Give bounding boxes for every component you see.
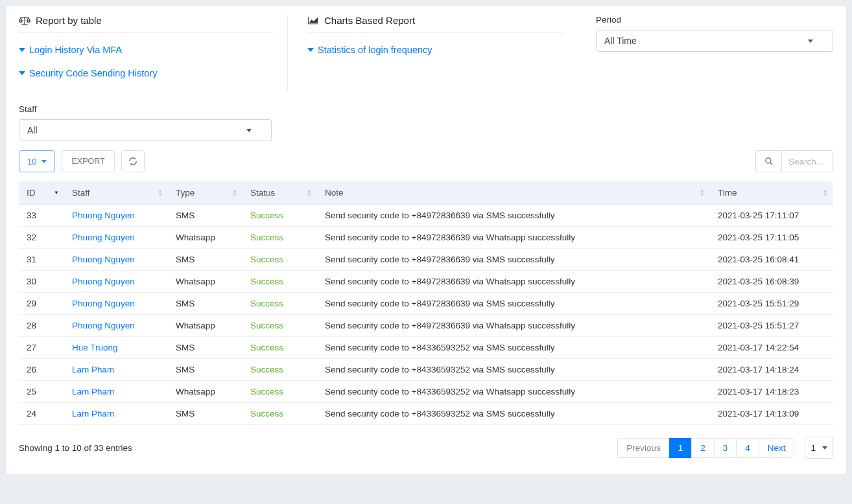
staff-link[interactable]: Phuong Nguyen [72, 321, 135, 330]
staff-link[interactable]: Lam Pham [72, 409, 114, 418]
cell-status: Success [243, 249, 317, 271]
page-next[interactable]: Next [759, 438, 795, 458]
cell-time: 2021-03-17 14:13:09 [710, 403, 833, 425]
section-title-text: Report by table [36, 15, 102, 26]
toolbar-left: 10 EXPORT [19, 150, 145, 172]
sort-icon: ▲▼ [232, 189, 237, 197]
svg-point-3 [765, 158, 770, 163]
status-badge: Success [250, 365, 283, 374]
charts-accordion-item-0[interactable]: Statistics of login frequency [307, 45, 563, 55]
cell-time: 2021-03-25 15:51:27 [710, 315, 833, 337]
staff-link[interactable]: Hue Truong [72, 343, 118, 352]
cell-note: Send security code to +84972836639 via W… [317, 271, 710, 293]
page-3[interactable]: 3 [714, 438, 737, 458]
col-type[interactable]: Type▲▼ [168, 181, 243, 205]
cell-type: SMS [168, 359, 243, 381]
cell-time: 2021-03-17 14:22:54 [710, 337, 833, 359]
accordion-label: Security Code Sending History [29, 68, 157, 78]
caret-down-icon [307, 48, 314, 52]
page-1[interactable]: 1 [669, 438, 692, 458]
status-badge: Success [250, 233, 283, 242]
refresh-button[interactable] [121, 150, 145, 172]
staff-link[interactable]: Phuong Nguyen [72, 211, 135, 220]
accordion-label: Login History Via MFA [29, 45, 122, 55]
cell-id: 25 [19, 381, 64, 403]
cell-status: Success [243, 227, 317, 249]
page-2[interactable]: 2 [691, 438, 715, 458]
col-staff[interactable]: Staff▲▼ [64, 181, 168, 205]
col-label: ID [27, 188, 36, 198]
area-chart-icon [307, 16, 319, 25]
cell-id: 28 [19, 315, 64, 337]
col-note[interactable]: Note▲▼ [317, 181, 710, 205]
history-table: ID▼Staff▲▼Type▲▼Status▲▼Note▲▼Time▲▼ 33P… [19, 181, 833, 425]
status-badge: Success [250, 321, 283, 330]
cell-type: SMS [168, 337, 243, 359]
table-row: 24Lam PhamSMSSuccessSend security code t… [19, 403, 833, 425]
cell-staff: Lam Pham [64, 381, 168, 403]
cell-id: 26 [19, 359, 64, 381]
pagination: Previous1234Next [618, 438, 794, 458]
col-label: Time [718, 188, 737, 198]
page-size-value: 10 [27, 157, 36, 166]
table-row: 28Phuong NguyenWhatsappSuccessSend secur… [19, 315, 833, 337]
cell-time: 2021-03-25 17:11:05 [710, 227, 833, 249]
search-input[interactable] [781, 150, 833, 172]
accordion-label: Statistics of login frequency [318, 45, 432, 55]
cell-note: Send security code to +84336593252 via S… [317, 403, 710, 425]
tables-accordion-item-0[interactable]: Login History Via MFA [19, 45, 274, 55]
cell-status: Success [243, 315, 317, 337]
cell-staff: Phuong Nguyen [64, 271, 168, 293]
chevron-down-icon [246, 129, 252, 132]
cell-time: 2021-03-25 17:11:07 [710, 205, 833, 227]
staff-select[interactable]: All [19, 119, 272, 141]
cell-type: SMS [168, 293, 243, 315]
col-id[interactable]: ID▼ [19, 181, 64, 205]
cell-type: Whatsapp [168, 271, 243, 293]
staff-link[interactable]: Lam Pham [72, 365, 114, 374]
cell-time: 2021-03-17 14:18:24 [710, 359, 833, 381]
cell-id: 27 [19, 337, 64, 359]
period-select[interactable]: All Time [596, 30, 833, 52]
table-footer: Showing 1 to 10 of 33 entries Previous12… [19, 437, 833, 459]
section-title-text: Charts Based Report [324, 15, 415, 26]
period-value: All Time [604, 36, 637, 46]
search-group [755, 150, 833, 172]
staff-link[interactable]: Phuong Nguyen [72, 233, 135, 242]
cell-note: Send security code to +84972836639 via S… [317, 293, 710, 315]
sort-icon: ▲▼ [700, 189, 705, 197]
col-time[interactable]: Time▲▼ [710, 181, 833, 205]
cell-staff: Phuong Nguyen [64, 315, 168, 337]
cell-note: Send security code to +84336593252 via S… [317, 337, 710, 359]
staff-link[interactable]: Phuong Nguyen [72, 255, 135, 264]
cell-staff: Phuong Nguyen [64, 205, 168, 227]
page-size-select[interactable]: 10 [19, 150, 55, 172]
balance-scale-icon [19, 16, 30, 26]
cell-id: 33 [19, 205, 64, 227]
section-title-charts: Charts Based Report [307, 15, 563, 33]
table-row: 26Lam PhamSMSSuccessSend security code t… [19, 359, 833, 381]
table-row: 32Phuong NguyenWhatsappSuccessSend secur… [19, 227, 833, 249]
export-button[interactable]: EXPORT [62, 150, 114, 172]
top-sections: Report by table Login History Via MFASec… [19, 15, 833, 91]
staff-link[interactable]: Phuong Nguyen [72, 277, 135, 286]
page-4[interactable]: 4 [736, 438, 759, 458]
cell-id: 24 [19, 403, 64, 425]
status-badge: Success [250, 299, 283, 308]
page-jump-select[interactable]: 1 [805, 437, 833, 459]
table-head-row: ID▼Staff▲▼Type▲▼Status▲▼Note▲▼Time▲▼ [19, 181, 833, 205]
report-by-table-section: Report by table Login History Via MFASec… [19, 15, 288, 91]
cell-note: Send security code to +84336593252 via S… [317, 359, 710, 381]
page-jump-value: 1 [811, 443, 816, 453]
cell-status: Success [243, 403, 317, 425]
cell-staff: Phuong Nguyen [64, 227, 168, 249]
staff-link[interactable]: Phuong Nguyen [72, 299, 135, 308]
staff-value: All [27, 125, 38, 135]
tables-accordion-item-1[interactable]: Security Code Sending History [19, 68, 274, 78]
staff-label: Staff [19, 104, 833, 114]
report-card: Report by table Login History Via MFASec… [5, 5, 847, 475]
table-row: 25Lam PhamWhatsappSuccessSend security c… [19, 381, 833, 403]
staff-link[interactable]: Lam Pham [72, 387, 114, 396]
col-status[interactable]: Status▲▼ [243, 181, 317, 205]
cell-staff: Phuong Nguyen [64, 249, 168, 271]
